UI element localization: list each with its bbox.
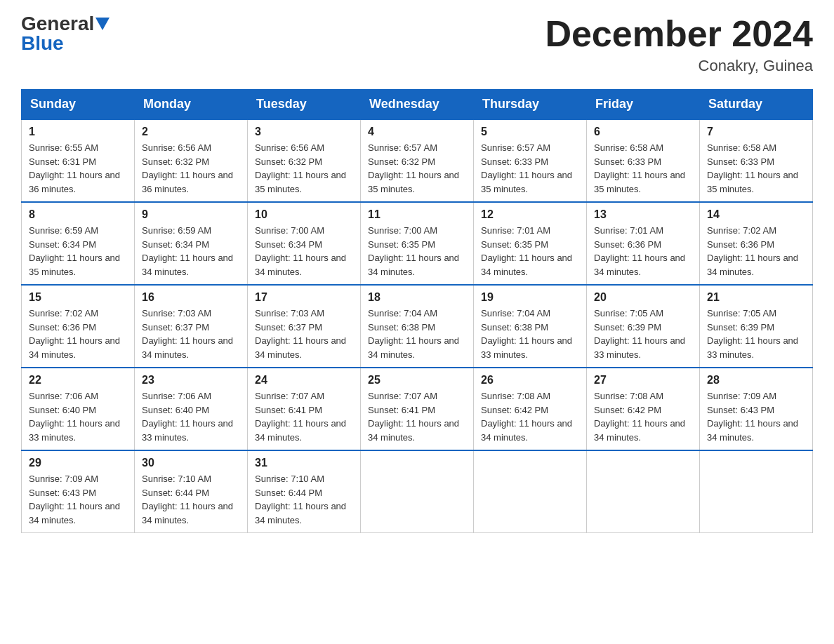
col-header-sunday: Sunday (22, 90, 135, 120)
day-info: Sunrise: 7:09 AMSunset: 6:43 PMDaylight:… (29, 474, 120, 525)
day-number: 26 (481, 374, 579, 387)
location-label: Conakry, Guinea (545, 57, 813, 75)
day-cell: 24 Sunrise: 7:07 AMSunset: 6:41 PMDaylig… (248, 368, 361, 450)
day-number: 2 (142, 126, 240, 138)
day-cell: 7 Sunrise: 6:58 AMSunset: 6:33 PMDayligh… (700, 119, 813, 202)
day-info: Sunrise: 7:01 AMSunset: 6:36 PMDaylight:… (594, 225, 685, 277)
day-cell: 17 Sunrise: 7:03 AMSunset: 6:37 PMDaylig… (248, 285, 361, 368)
day-cell: 14 Sunrise: 7:02 AMSunset: 6:36 PMDaylig… (700, 202, 813, 285)
day-number: 14 (707, 208, 805, 221)
day-cell: 15 Sunrise: 7:02 AMSunset: 6:36 PMDaylig… (22, 285, 135, 368)
day-number: 11 (368, 208, 466, 221)
day-number: 6 (594, 126, 692, 138)
day-info: Sunrise: 6:58 AMSunset: 6:33 PMDaylight:… (594, 142, 685, 194)
day-number: 8 (29, 208, 127, 221)
day-number: 31 (255, 457, 353, 469)
col-header-wednesday: Wednesday (361, 90, 474, 120)
day-info: Sunrise: 6:56 AMSunset: 6:32 PMDaylight:… (142, 142, 233, 194)
day-cell: 20 Sunrise: 7:05 AMSunset: 6:39 PMDaylig… (587, 285, 700, 368)
col-header-tuesday: Tuesday (248, 90, 361, 120)
day-number: 5 (481, 126, 579, 138)
day-number: 20 (594, 291, 692, 304)
day-info: Sunrise: 7:04 AMSunset: 6:38 PMDaylight:… (368, 308, 459, 360)
day-number: 3 (255, 126, 353, 138)
day-cell: 28 Sunrise: 7:09 AMSunset: 6:43 PMDaylig… (700, 368, 813, 450)
day-number: 17 (255, 291, 353, 304)
month-title: December 2024 (545, 14, 813, 54)
day-info: Sunrise: 7:05 AMSunset: 6:39 PMDaylight:… (594, 308, 685, 360)
day-cell: 29 Sunrise: 7:09 AMSunset: 6:43 PMDaylig… (22, 450, 135, 533)
day-info: Sunrise: 7:02 AMSunset: 6:36 PMDaylight:… (707, 225, 798, 277)
day-cell (474, 450, 587, 533)
day-info: Sunrise: 7:03 AMSunset: 6:37 PMDaylight:… (255, 308, 346, 360)
day-number: 21 (707, 291, 805, 304)
day-cell: 23 Sunrise: 7:06 AMSunset: 6:40 PMDaylig… (135, 368, 248, 450)
week-row-1: 1 Sunrise: 6:55 AMSunset: 6:31 PMDayligh… (22, 119, 813, 202)
col-header-thursday: Thursday (474, 90, 587, 120)
day-cell: 21 Sunrise: 7:05 AMSunset: 6:39 PMDaylig… (700, 285, 813, 368)
col-header-saturday: Saturday (700, 90, 813, 120)
day-cell: 31 Sunrise: 7:10 AMSunset: 6:44 PMDaylig… (248, 450, 361, 533)
logo-blue-text: Blue (21, 34, 64, 53)
day-cell (700, 450, 813, 533)
day-number: 30 (142, 457, 240, 469)
day-info: Sunrise: 7:06 AMSunset: 6:40 PMDaylight:… (142, 391, 233, 443)
day-cell (361, 450, 474, 533)
day-cell: 3 Sunrise: 6:56 AMSunset: 6:32 PMDayligh… (248, 119, 361, 202)
day-number: 28 (707, 374, 805, 387)
day-number: 1 (29, 126, 127, 138)
day-info: Sunrise: 7:05 AMSunset: 6:39 PMDaylight:… (707, 308, 798, 360)
day-number: 22 (29, 374, 127, 387)
day-cell: 19 Sunrise: 7:04 AMSunset: 6:38 PMDaylig… (474, 285, 587, 368)
logo-general-text: General (21, 14, 94, 34)
day-info: Sunrise: 6:56 AMSunset: 6:32 PMDaylight:… (255, 142, 346, 194)
day-info: Sunrise: 7:07 AMSunset: 6:41 PMDaylight:… (255, 391, 346, 443)
day-info: Sunrise: 7:03 AMSunset: 6:37 PMDaylight:… (142, 308, 233, 360)
day-info: Sunrise: 7:08 AMSunset: 6:42 PMDaylight:… (481, 391, 572, 443)
day-cell: 25 Sunrise: 7:07 AMSunset: 6:41 PMDaylig… (361, 368, 474, 450)
day-cell: 2 Sunrise: 6:56 AMSunset: 6:32 PMDayligh… (135, 119, 248, 202)
day-info: Sunrise: 7:10 AMSunset: 6:44 PMDaylight:… (142, 474, 233, 525)
week-row-3: 15 Sunrise: 7:02 AMSunset: 6:36 PMDaylig… (22, 285, 813, 368)
day-number: 29 (29, 457, 127, 469)
day-info: Sunrise: 6:59 AMSunset: 6:34 PMDaylight:… (29, 225, 120, 277)
day-info: Sunrise: 7:10 AMSunset: 6:44 PMDaylight:… (255, 474, 346, 525)
day-info: Sunrise: 7:08 AMSunset: 6:42 PMDaylight:… (594, 391, 685, 443)
day-cell: 5 Sunrise: 6:57 AMSunset: 6:33 PMDayligh… (474, 119, 587, 202)
day-number: 12 (481, 208, 579, 221)
day-cell: 1 Sunrise: 6:55 AMSunset: 6:31 PMDayligh… (22, 119, 135, 202)
calendar-table: SundayMondayTuesdayWednesdayThursdayFrid… (21, 89, 813, 533)
day-info: Sunrise: 7:06 AMSunset: 6:40 PMDaylight:… (29, 391, 120, 443)
day-number: 19 (481, 291, 579, 304)
col-header-friday: Friday (587, 90, 700, 120)
day-number: 15 (29, 291, 127, 304)
day-info: Sunrise: 6:57 AMSunset: 6:32 PMDaylight:… (368, 142, 459, 194)
day-cell: 11 Sunrise: 7:00 AMSunset: 6:35 PMDaylig… (361, 202, 474, 285)
day-cell: 6 Sunrise: 6:58 AMSunset: 6:33 PMDayligh… (587, 119, 700, 202)
day-cell: 10 Sunrise: 7:00 AMSunset: 6:34 PMDaylig… (248, 202, 361, 285)
day-cell: 4 Sunrise: 6:57 AMSunset: 6:32 PMDayligh… (361, 119, 474, 202)
day-info: Sunrise: 6:58 AMSunset: 6:33 PMDaylight:… (707, 142, 798, 194)
week-row-2: 8 Sunrise: 6:59 AMSunset: 6:34 PMDayligh… (22, 202, 813, 285)
title-section: December 2024 Conakry, Guinea (545, 14, 813, 75)
day-number: 16 (142, 291, 240, 304)
day-number: 27 (594, 374, 692, 387)
day-number: 7 (707, 126, 805, 138)
day-number: 10 (255, 208, 353, 221)
day-info: Sunrise: 7:02 AMSunset: 6:36 PMDaylight:… (29, 308, 120, 360)
day-cell: 12 Sunrise: 7:01 AMSunset: 6:35 PMDaylig… (474, 202, 587, 285)
day-number: 23 (142, 374, 240, 387)
week-row-4: 22 Sunrise: 7:06 AMSunset: 6:40 PMDaylig… (22, 368, 813, 450)
day-number: 25 (368, 374, 466, 387)
day-cell: 8 Sunrise: 6:59 AMSunset: 6:34 PMDayligh… (22, 202, 135, 285)
day-cell: 13 Sunrise: 7:01 AMSunset: 6:36 PMDaylig… (587, 202, 700, 285)
day-cell: 9 Sunrise: 6:59 AMSunset: 6:34 PMDayligh… (135, 202, 248, 285)
day-info: Sunrise: 6:57 AMSunset: 6:33 PMDaylight:… (481, 142, 572, 194)
col-header-monday: Monday (135, 90, 248, 120)
day-info: Sunrise: 7:07 AMSunset: 6:41 PMDaylight:… (368, 391, 459, 443)
day-cell: 26 Sunrise: 7:08 AMSunset: 6:42 PMDaylig… (474, 368, 587, 450)
day-number: 4 (368, 126, 466, 138)
day-cell (587, 450, 700, 533)
day-info: Sunrise: 6:59 AMSunset: 6:34 PMDaylight:… (142, 225, 233, 277)
day-info: Sunrise: 7:09 AMSunset: 6:43 PMDaylight:… (707, 391, 798, 443)
